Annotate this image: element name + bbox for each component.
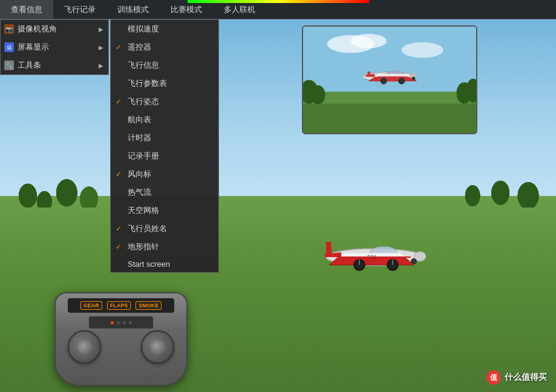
dropdown-timer[interactable]: 计时器	[111, 129, 218, 147]
svg-point-18	[399, 78, 405, 84]
svg-point-7	[311, 85, 325, 105]
dropdown-flight-attitude[interactable]: 飞行姿态	[111, 93, 218, 111]
right-stick-knob	[150, 339, 165, 354]
preview-inner	[303, 27, 476, 133]
dropdown-start-screen[interactable]: Start screen	[111, 256, 218, 272]
left-joystick[interactable]	[68, 330, 101, 364]
trees-silhouette	[0, 149, 556, 207]
dropdown-logbook[interactable]: 记录手册	[111, 147, 218, 165]
svg-point-30	[411, 258, 417, 264]
svg-marker-12	[368, 77, 416, 81]
dropdown-first: 📷 摄像机视角 🖥 屏幕显示 🔧 工具条	[0, 19, 109, 75]
svg-rect-0	[303, 27, 476, 92]
watermark-text: 什么值得买	[505, 372, 547, 383]
svg-marker-26	[326, 242, 332, 257]
rc-controller: GEAR FLAPS SMOKE	[54, 292, 188, 389]
dropdown-sky-grid[interactable]: 天空网格	[111, 201, 218, 220]
right-joystick[interactable]	[141, 330, 174, 364]
dropdown-pilot-name[interactable]: 飞行员姓名	[111, 220, 218, 238]
smoke-button[interactable]: SMOKE	[136, 301, 162, 310]
led-2	[117, 321, 120, 324]
dropdown-windsock[interactable]: 风向标	[111, 165, 218, 183]
watermark: 值 什么值得买	[486, 370, 547, 385]
preview-scene-svg	[303, 27, 476, 133]
svg-point-3	[402, 42, 443, 58]
dropdown-screen[interactable]: 🖥 屏幕显示	[1, 38, 108, 56]
controller-body: GEAR FLAPS SMOKE	[54, 292, 188, 386]
screen-icon: 🖥	[4, 42, 14, 52]
dropdown-heading[interactable]: 航向表	[111, 111, 218, 129]
flaps-button[interactable]: FLAPS	[107, 301, 131, 310]
svg-rect-5	[303, 103, 476, 133]
menu-flight-log[interactable]: 飞行记录	[53, 0, 106, 19]
gear-button[interactable]: GEAR	[80, 301, 102, 310]
dropdown-sim-speed[interactable]: 模拟速度	[111, 20, 218, 38]
dropdown-terrain-compass[interactable]: 地形指针	[111, 238, 218, 256]
svg-point-2	[351, 34, 387, 48]
dropdown-flight-info[interactable]: 飞行信息	[111, 56, 218, 74]
airplane-preview	[302, 25, 477, 134]
left-stick-knob	[77, 339, 92, 354]
menu-view-info[interactable]: 查看信息	[0, 0, 53, 19]
watermark-icon: 值	[486, 370, 501, 385]
svg-point-17	[381, 78, 387, 84]
dropdown-flight-params[interactable]: 飞行参数表	[111, 74, 218, 93]
dropdown-remote-ctrl[interactable]: 遥控器	[111, 38, 218, 56]
led-4	[129, 321, 132, 324]
dropdown-second: 模拟速度 遥控器 飞行信息 飞行参数表 飞行姿态 航向表 计时器 记录手册 风向…	[110, 19, 219, 273]
menu-training[interactable]: 训练模式	[106, 0, 160, 19]
dropdown-toolbar[interactable]: 🔧 工具条	[1, 56, 108, 74]
top-indicator-bar	[188, 0, 369, 3]
tools-icon: 🔧	[4, 60, 14, 70]
led-3	[123, 321, 126, 324]
svg-point-19	[411, 77, 415, 80]
ground-plane-svg: P01	[314, 224, 435, 284]
controller-top-strip: GEAR FLAPS SMOKE	[68, 298, 174, 313]
controller-screen	[89, 316, 153, 328]
ground-plane: P01	[314, 224, 435, 286]
camera-icon: 📷	[4, 24, 14, 34]
led-1	[111, 321, 114, 324]
dropdown-thermal[interactable]: 热气流	[111, 183, 218, 201]
dropdown-camera[interactable]: 📷 摄像机视角	[1, 20, 108, 38]
